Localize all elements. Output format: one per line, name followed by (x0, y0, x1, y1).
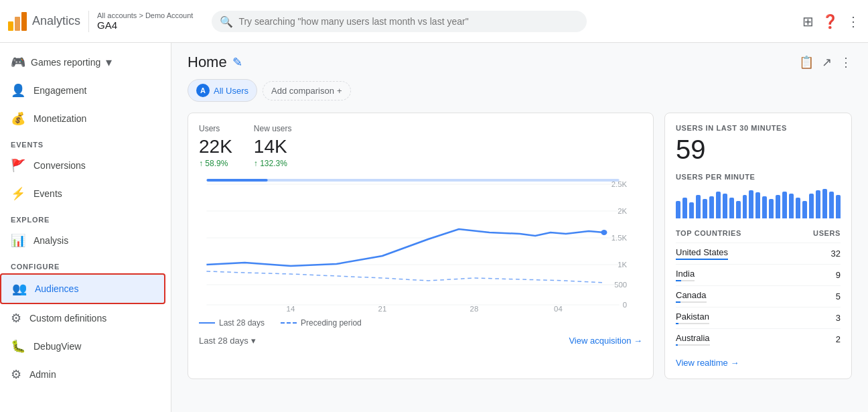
engagement-label: Engagement (33, 85, 86, 96)
debugview-icon: 🐛 (11, 339, 25, 354)
mini-bar-item (802, 201, 807, 218)
explore-section-label: EXPLORE (0, 208, 171, 226)
mini-bar-item (716, 192, 721, 218)
country-name: United States (676, 247, 728, 257)
country-users: 2 (836, 334, 841, 344)
mini-bar-item (755, 192, 760, 218)
filter-bar: A All Users Add comparison + (188, 79, 852, 102)
cards-row: Users 22K ↑ 58.9% New users 14K ↑ 132.3%… (188, 113, 852, 379)
topbar-actions: ⊞ ❓ ⋮ (802, 13, 860, 29)
mini-bar-item (796, 198, 800, 218)
more-options-icon[interactable]: ⋮ (840, 55, 852, 70)
sidebar-item-admin[interactable]: ⚙ Admin (0, 360, 165, 389)
search-bar[interactable]: 🔍 (212, 11, 587, 32)
mini-bar-item (769, 199, 774, 218)
svg-text:21: 21 (378, 305, 387, 313)
country-name: Canada (676, 290, 707, 300)
view-acquisition-link[interactable]: View acquisition → (569, 336, 642, 346)
more-icon[interactable]: ⋮ (847, 13, 860, 29)
country-list: United States 32 India 9 Canada 5 Pakist… (676, 243, 841, 350)
search-input[interactable] (212, 11, 587, 32)
svg-text:Mar: Mar (284, 312, 297, 313)
events-icon: ⚡ (11, 186, 25, 201)
legend-preceding-label: Preceding period (301, 318, 362, 328)
country-name: India (676, 269, 695, 279)
share-icon[interactable]: ↗ (822, 55, 832, 70)
legend-preceding: Preceding period (281, 318, 362, 328)
edit-icon[interactable]: ✎ (232, 55, 242, 70)
view-realtime-link[interactable]: View realtime → (676, 358, 841, 368)
layout: 🎮 Games reporting ▾ 👤 Engagement 💰 Monet… (0, 43, 868, 412)
new-users-metric: New users 14K ↑ 132.3% (254, 124, 292, 168)
main-content: Home ✎ 📋 ↗ ⋮ A All Users Add comparison … (171, 43, 868, 412)
date-dropdown[interactable]: Last 28 days ▾ (199, 336, 256, 346)
games-reporting-label: Games reporting (31, 57, 100, 68)
users-value: 22K (199, 136, 232, 157)
sidebar-item-engagement[interactable]: 👤 Engagement (0, 76, 165, 105)
sidebar-item-conversions[interactable]: 🚩 Conversions (0, 151, 165, 180)
country-row: United States 32 (676, 243, 841, 264)
chart-card: Users 22K ↑ 58.9% New users 14K ↑ 132.3%… (188, 113, 654, 379)
legend-last28-label: Last 28 days (219, 318, 265, 328)
add-comparison-button[interactable]: Add comparison + (263, 81, 351, 100)
mini-bar-item (729, 198, 734, 218)
monetization-label: Monetization (33, 113, 86, 124)
svg-rect-2 (21, 12, 27, 31)
sidebar-item-events[interactable]: ⚡ Events (0, 180, 165, 208)
chart-footer: Last 28 days ▾ View acquisition → (199, 336, 642, 346)
country-row: India 9 (676, 264, 841, 285)
sidebar-item-audiences[interactable]: 👥 Audiences (0, 273, 165, 304)
conversions-label: Conversions (33, 160, 86, 171)
help-icon[interactable]: ❓ (822, 13, 839, 29)
mini-bar-item (736, 201, 741, 218)
gamepad-icon: 🎮 (11, 55, 25, 70)
sidebar-item-games-reporting[interactable]: 🎮 Games reporting ▾ (0, 48, 171, 76)
engagement-icon: 👤 (11, 83, 25, 98)
mini-bar-item (789, 194, 794, 218)
new-users-label: New users (254, 124, 292, 133)
top-countries-label: TOP COUNTRIES (676, 229, 741, 237)
grid-icon[interactable]: ⊞ (802, 13, 814, 29)
mini-bar-item (836, 195, 841, 218)
country-users: 32 (831, 249, 841, 259)
sidebar-item-analysis[interactable]: 📊 Analysis (0, 226, 165, 255)
mini-bar-item (829, 192, 834, 218)
mini-bar-item (689, 202, 694, 218)
svg-point-21 (601, 230, 607, 235)
add-comparison-label: Add comparison (271, 86, 334, 96)
chart-metrics: Users 22K ↑ 58.9% New users 14K ↑ 132.3% (199, 124, 642, 168)
monetization-icon: 💰 (11, 111, 25, 126)
sidebar-item-debugview[interactable]: 🐛 DebugView (0, 332, 165, 360)
sidebar-item-custom-definitions[interactable]: ⚙ Custom definitions (0, 304, 165, 332)
events-label: Events (33, 188, 62, 199)
debugview-label: DebugView (33, 341, 81, 352)
mini-bar-item (676, 201, 680, 218)
legend-last28: Last 28 days (199, 318, 265, 328)
top-countries-header: TOP COUNTRIES USERS (676, 229, 841, 237)
users-metric: Users 22K ↑ 58.9% (199, 124, 232, 168)
country-row: Canada 5 (676, 285, 841, 307)
custom-definitions-icon: ⚙ (11, 311, 21, 326)
mini-bar-item (782, 192, 787, 218)
account-name: GA4 (97, 19, 193, 31)
legend-dashed-line (281, 322, 297, 324)
mini-bar-item (816, 190, 820, 218)
date-range-label: Last 28 days (199, 336, 248, 346)
all-users-filter[interactable]: A All Users (188, 79, 257, 102)
mini-bar-item (682, 198, 687, 218)
chart-legend: Last 28 days Preceding period (199, 318, 642, 328)
sidebar-item-monetization[interactable]: 💰 Monetization (0, 105, 165, 133)
realtime-users-value: 59 (676, 135, 841, 165)
country-users: 9 (836, 270, 841, 280)
conversions-icon: 🚩 (11, 158, 25, 173)
line-chart-svg: 2.5K 2K 1.5K 1K 500 0 14 (199, 179, 642, 313)
report-icon[interactable]: 📋 (799, 55, 814, 70)
mini-bar-chart (676, 186, 841, 218)
users-col-label: USERS (813, 229, 841, 237)
mini-bar-item (723, 194, 727, 218)
view-realtime-label: View realtime → (676, 358, 739, 368)
filter-label: All Users (214, 86, 248, 96)
realtime-card: USERS IN LAST 30 MINUTES 59 USERS PER MI… (664, 113, 852, 379)
country-row: Australia 2 (676, 328, 841, 350)
users-label: Users (199, 124, 232, 133)
